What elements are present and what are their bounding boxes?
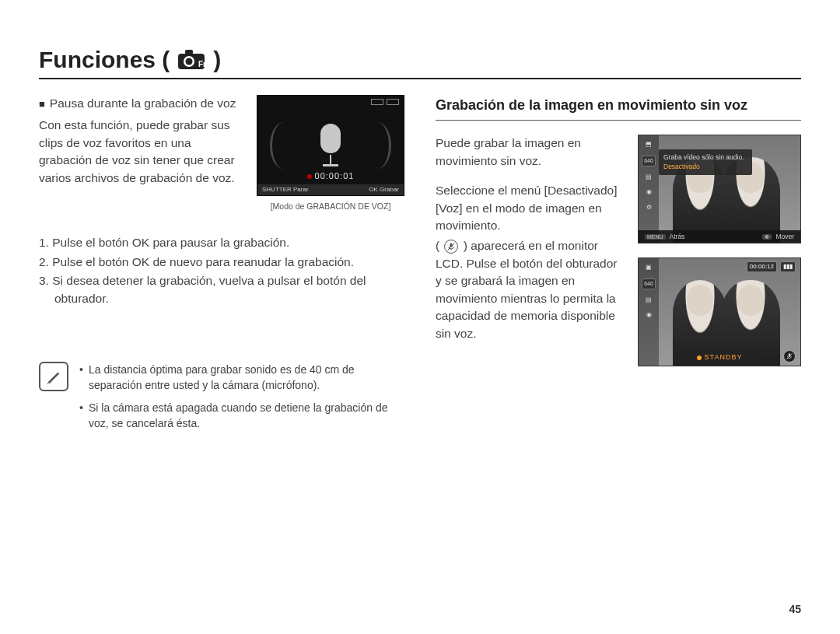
stop-label: Parar [293,186,309,193]
left-paragraph: Con esta función, puede grabar sus clips… [39,117,244,187]
voice-timer: 00:00:01 [257,170,404,183]
lcd1-move-label: Mover [775,233,794,240]
lcd2-sidebar: ▣ 640 ▤ ◉ [639,258,659,366]
voice-recording-figure: 00:00:01 SHUTTER Parar OK Grabar [Modo d… [257,95,404,212]
lcd-standby-screenshot: ▣ 640 ▤ ◉ 00:00:12 ▮▮▮ STANDBY [638,257,801,366]
lcd-menu-screenshot: ⬒ 640 ▤ ◉ ⚙ Graba vídeo sólo sin audio. … [638,135,801,243]
battery-icon: ▮▮▮ [780,261,796,272]
voice-figure-caption: [Modo de GRABACIÓN DE VOZ] [257,201,404,212]
title-text: Funciones ( [39,47,170,73]
lcd1-menu-key: MENU [645,234,666,240]
shutter-key-label: SHUTTER [262,186,292,193]
right-p1: Puede grabar la imagen en movimiento sin… [436,135,624,170]
note-item-2: Si la cámara está apagada cuando se deti… [79,400,404,432]
lcd2-resolution-badge: 640 [642,278,656,289]
right-column: Grabación de la imagen en movimiento sin… [436,95,801,437]
lcd1-menu-overlay: Graba vídeo sólo sin audio. Desactivado [659,149,752,175]
mute-mic-icon [444,240,458,254]
right-p2b: ( ) aparecerá en el monitor LCD. Pulse e… [436,237,624,342]
lcd1-back-label: Atrás [670,233,685,240]
record-label: Grabar [380,186,399,193]
note-item-1: La distancia óptima para grabar sonido e… [79,362,404,394]
lcd1-resolution-badge: 640 [642,156,656,166]
lcd2-timer: 00:00:12 [747,261,777,272]
voice-recording-screen: 00:00:01 SHUTTER Parar OK Grabar [257,95,404,196]
left-subhead: Pausa durante la grabación de voz [39,95,244,112]
lcd2-standby-indicator: STANDBY [639,352,800,363]
ok-key-label: OK [369,186,378,193]
page-number: 45 [789,603,801,615]
voice-screen-bottom-bar: SHUTTER Parar OK Grabar [257,184,404,195]
lcd1-menu-line2: Desactivado [663,162,747,171]
lcd2-top-row: 00:00:12 ▮▮▮ [747,261,796,272]
lcd1-nav-icon: ✥ [762,234,772,240]
right-heading: Grabación de la imagen en movimiento sin… [436,95,801,121]
lcd1-bottom-bar: MENU Atrás ✥ Mover [639,230,800,243]
page-title: Funciones ( Fn ) [39,47,801,79]
left-column: Pausa durante la grabación de voz Con es… [39,95,404,437]
note-box: La distancia óptima para grabar sonido e… [39,362,404,437]
microphone-icon [316,124,345,167]
title-close: ) [213,47,221,73]
step-3: 3. Si desea detener la grabación, vuelva… [39,272,404,307]
svg-point-3 [186,58,193,65]
svg-text:Fn: Fn [198,60,207,68]
step-1: 1. Pulse el botón OK para pausar la grab… [39,234,404,251]
camera-fn-icon: Fn [176,49,207,71]
steps-list: 1. Pulse el botón OK para pausar la grab… [39,234,404,307]
svg-rect-1 [185,50,193,54]
step-2: 2. Pulse el botón OK de nuevo para reanu… [39,254,404,271]
right-p2a: Seleccione el menú [Desactivado] [Voz] e… [436,182,624,234]
lcd1-menu-line1: Graba vídeo sólo sin audio. [663,152,747,162]
lcd2-mute-icon [783,350,796,363]
lcd1-sidebar: ⬒ 640 ▤ ◉ ⚙ [639,135,659,243]
note-icon [39,362,68,391]
